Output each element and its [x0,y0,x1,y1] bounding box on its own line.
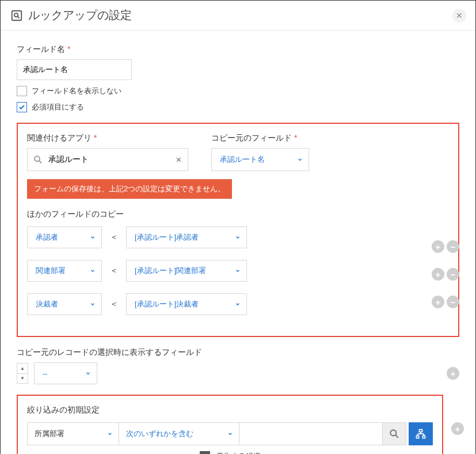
svg-point-1 [14,13,18,16]
copy-src-dropdown-row[interactable]: [承認ルート]承認者 [126,226,247,248]
svg-rect-8 [417,436,419,438]
dialog-title: ルックアップの設定 [28,7,452,23]
chevron-down-icon [235,267,241,275]
down-icon[interactable]: ▼ [17,374,28,384]
display-field-label: コピー元のレコードの選択時に表示するフィールド [17,347,459,358]
arrow-left-icon: ＜ [110,266,118,276]
copy-dest-dropdown[interactable]: 承認者 [27,226,102,248]
copy-src-dropdown-row[interactable]: [承認ルート]関連部署 [126,260,247,282]
app-link-combo[interactable]: ✕ [27,148,188,171]
required-checkbox[interactable] [17,102,27,112]
app-link-label: 関連付けるアプリ* [27,133,188,143]
filter-value-input[interactable] [239,422,383,445]
link-section: 関連付けるアプリ* ✕ コピー元のフィールド* 承認ルート名 [17,123,459,337]
up-icon[interactable]: ▲ [17,364,28,374]
add-row-button[interactable]: + [432,268,444,281]
search-icon [28,154,48,165]
svg-point-3 [35,156,40,161]
hide-field-name-row[interactable]: フィールド名を表示しない [17,86,459,96]
copy-src-label: コピー元のフィールド* [211,133,309,143]
chevron-down-icon [90,233,96,242]
chevron-down-icon [227,430,233,438]
remove-row-button[interactable]: − [447,296,459,308]
svg-point-5 [390,430,396,436]
field-name-label: フィールド名* [17,44,459,55]
close-button[interactable]: ✕ [452,9,466,22]
other-copy-label: ほかのフィールドのコピー [27,209,449,220]
chevron-down-icon [297,156,303,164]
remove-row-button[interactable]: − [447,268,459,281]
display-field-dropdown[interactable]: -- [34,362,97,384]
svg-rect-9 [422,436,425,438]
copy-dest-dropdown[interactable]: 関連部署 [27,260,102,282]
required-row[interactable]: 必須項目にする [17,102,459,112]
svg-line-2 [18,16,20,18]
filter-footer: 優先する組織 ✕ [27,449,433,454]
chevron-down-icon [235,233,241,242]
chevron-down-icon [90,267,96,275]
remove-filter-value-button[interactable]: ✕ [403,452,410,454]
copy-row-1: 関連部署 ＜ [承認ルート]関連部署 [27,260,449,287]
copy-row-0: 承認者 ＜ [承認ルート]承認者 [27,226,449,254]
arrow-left-icon: ＜ [110,232,118,243]
warning-banner: フォームの保存後は、上記2つの設定は変更できません。 [27,179,232,199]
app-link-input[interactable] [48,149,169,170]
add-row-button[interactable]: + [451,422,464,435]
lookup-icon [10,9,24,22]
remove-row-button[interactable]: − [447,240,459,253]
filter-section: 絞り込みの初期設定 所属部署 次のいずれかを含む [17,395,443,454]
svg-line-4 [39,161,41,163]
copy-src-dropdown[interactable]: 承認ルート名 [211,148,309,171]
add-row-button[interactable]: + [432,240,444,253]
copy-src-dropdown-row[interactable]: [承認ルート]決裁者 [126,293,247,315]
chevron-down-icon [90,300,96,309]
clear-icon[interactable]: ✕ [169,156,188,164]
svg-rect-7 [420,430,422,432]
filter-field-dropdown[interactable]: 所属部署 [27,422,119,445]
filter-label: 絞り込みの初期設定 [27,405,433,415]
org-picker-button[interactable] [409,422,433,445]
field-name-group: フィールド名* フィールド名を表示しない 必須項目にする [17,44,459,112]
copy-dest-dropdown[interactable]: 決裁者 [27,293,102,315]
chevron-down-icon [85,369,91,378]
svg-line-6 [396,436,398,438]
priority-org-icon [200,451,210,454]
filter-search-button[interactable] [382,422,406,445]
dialog-header: ルックアップの設定 ✕ [1,1,475,31]
hide-field-name-checkbox[interactable] [17,86,27,96]
filter-operator-dropdown[interactable]: 次のいずれかを含む [119,422,239,445]
svg-rect-0 [12,10,22,20]
add-row-button[interactable]: + [447,367,459,380]
add-row-button[interactable]: + [432,296,444,308]
reorder-handle[interactable]: ▲ ▼ [17,363,28,384]
arrow-left-icon: ＜ [110,299,118,309]
copy-row-2: 決裁者 ＜ [承認ルート]決裁者 [27,293,449,321]
chevron-down-icon [107,430,113,438]
display-field-group: コピー元のレコードの選択時に表示するフィールド ▲ ▼ -- + [17,347,459,384]
field-name-input[interactable] [17,59,132,80]
chevron-down-icon [235,300,241,309]
priority-org-label: 優先する組織 [216,451,261,454]
